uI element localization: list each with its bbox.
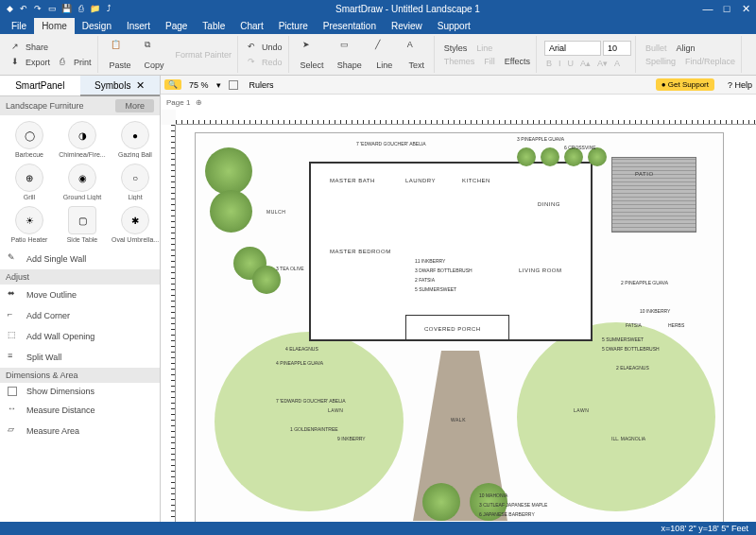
- tree-shape[interactable]: [422, 483, 460, 521]
- symbol-chiminea[interactable]: ◑Chiminea/Fire...: [57, 119, 108, 160]
- align-button[interactable]: Align: [675, 43, 697, 54]
- select-button[interactable]: ➤Select: [297, 38, 328, 72]
- menu-presentation[interactable]: Presentation: [316, 18, 384, 34]
- ruler-horizontal[interactable]: [176, 110, 756, 125]
- symbol-gazing-ball[interactable]: ●Gazing Ball: [110, 119, 161, 160]
- save-icon[interactable]: 💾: [60, 3, 72, 14]
- line-style-button[interactable]: Line: [474, 43, 494, 54]
- logo-icon: ◆: [4, 3, 15, 14]
- zoom-level[interactable]: 75 %: [189, 80, 209, 90]
- shape-button[interactable]: ▭Shape: [334, 38, 366, 72]
- redo-button[interactable]: ↷Redo: [246, 56, 284, 69]
- font-grow-button[interactable]: A▴: [578, 58, 593, 69]
- effects-button[interactable]: Effects: [503, 56, 532, 67]
- landscape-drawing[interactable]: MASTER BATH LAUNDRY KITCHEN DINING MASTE…: [195, 132, 724, 522]
- tool-label: Split Wall: [26, 353, 61, 362]
- fill-button[interactable]: Fill: [482, 56, 497, 67]
- shrub-shape[interactable]: [517, 147, 536, 166]
- symbol-side-table[interactable]: ▢Side Table: [57, 204, 108, 245]
- share-button[interactable]: ↗Share: [9, 41, 94, 54]
- porch-outline[interactable]: [405, 315, 509, 341]
- menu-design[interactable]: Design: [75, 18, 119, 34]
- tree-shape[interactable]: [205, 147, 252, 195]
- menu-support[interactable]: Support: [430, 18, 478, 34]
- move-outline-button[interactable]: ⬌Move Outline: [0, 285, 160, 305]
- menu-file[interactable]: File: [4, 18, 34, 34]
- new-icon[interactable]: ▭: [46, 3, 58, 14]
- font-size-select[interactable]: 10: [603, 41, 631, 56]
- minimize-button[interactable]: —: [701, 2, 714, 15]
- house-outline[interactable]: MASTER BATH LAUNDRY KITCHEN DINING MASTE…: [309, 162, 593, 341]
- rulers-checkbox[interactable]: [229, 80, 238, 90]
- text-button[interactable]: AText: [404, 38, 430, 72]
- symbol-light[interactable]: ○Light: [110, 162, 161, 202]
- open-icon[interactable]: 📁: [89, 3, 100, 14]
- lawn-left[interactable]: [215, 332, 404, 511]
- spelling-button[interactable]: Spelling: [644, 56, 678, 67]
- menu-review[interactable]: Review: [384, 18, 430, 34]
- export-icon[interactable]: ⤴: [103, 3, 114, 14]
- more-button[interactable]: More: [115, 99, 154, 112]
- styles-button[interactable]: Styles: [442, 43, 470, 54]
- close-button[interactable]: ✕: [739, 2, 752, 15]
- menu-home[interactable]: Home: [34, 18, 75, 34]
- redo-icon[interactable]: ↷: [32, 3, 43, 14]
- get-support-button[interactable]: ● Get Support: [656, 78, 714, 91]
- underline-button[interactable]: U: [566, 58, 576, 69]
- bullet-button[interactable]: Bullet: [644, 43, 669, 54]
- print-button[interactable]: ⎙Print: [58, 56, 94, 69]
- symbol-ground-light[interactable]: ◉Ground Light: [57, 162, 108, 202]
- copy-button[interactable]: ⧉Copy: [141, 38, 168, 72]
- help-button[interactable]: ? Help: [728, 80, 752, 90]
- font-color-button[interactable]: A: [612, 58, 622, 69]
- ruler-vertical[interactable]: [161, 125, 176, 522]
- patio[interactable]: [611, 157, 696, 233]
- canvas[interactable]: MASTER BATH LAUNDRY KITCHEN DINING MASTE…: [176, 125, 756, 522]
- measure-area-button[interactable]: ▱Measure Area: [0, 421, 160, 441]
- menu-page[interactable]: Page: [158, 18, 195, 34]
- close-icon[interactable]: ✕: [136, 79, 145, 92]
- page-tab[interactable]: Page 1: [166, 98, 190, 107]
- tab-smartpanel[interactable]: SmartPanel: [0, 76, 80, 96]
- tool-label: Add Corner: [26, 311, 70, 320]
- shrub-shape[interactable]: [564, 147, 583, 166]
- add-single-wall-button[interactable]: ✎Add Single Wall: [0, 249, 160, 269]
- add-wall-opening-button[interactable]: ⬚Add Wall Opening: [0, 326, 160, 347]
- statusbar: x=108' 2" y=18' 5" Feet: [0, 522, 756, 535]
- menu-picture[interactable]: Picture: [271, 18, 316, 34]
- bold-button[interactable]: B: [544, 58, 554, 69]
- zoom-icon[interactable]: 🔍: [164, 79, 181, 90]
- line-button[interactable]: ╱Line: [371, 38, 398, 72]
- menu-table[interactable]: Table: [195, 18, 232, 34]
- show-dimensions-button[interactable]: Show Dimensions: [0, 383, 160, 400]
- shrub-shape[interactable]: [588, 147, 607, 166]
- split-wall-button[interactable]: ≡Split Wall: [0, 347, 160, 368]
- font-name-select[interactable]: Arial: [544, 41, 601, 56]
- symbol-grill[interactable]: ⊕Grill: [4, 162, 55, 202]
- export-button[interactable]: ⬇Export: [9, 56, 52, 69]
- undo-icon[interactable]: ↶: [18, 3, 29, 14]
- symbol-barbecue[interactable]: ◯Barbecue: [4, 119, 55, 160]
- symbol-oval-umbrella[interactable]: ✱Oval Umbrella...: [110, 204, 161, 245]
- print-icon[interactable]: ⎙: [75, 3, 86, 14]
- tree-shape[interactable]: [210, 190, 252, 233]
- maximize-button[interactable]: □: [720, 2, 733, 15]
- tab-symbols[interactable]: Symbols✕: [80, 76, 161, 96]
- format-painter-button[interactable]: Format Painter: [174, 49, 234, 60]
- undo-button[interactable]: ↶Undo: [246, 41, 284, 54]
- add-page-button[interactable]: ⊕: [196, 98, 202, 107]
- chevron-down-icon[interactable]: ▾: [216, 80, 221, 90]
- measure-distance-button[interactable]: ↔Measure Distance: [0, 400, 160, 421]
- menu-chart[interactable]: Chart: [232, 18, 270, 34]
- themes-button[interactable]: Themes: [442, 56, 477, 67]
- font-shrink-button[interactable]: A▾: [595, 58, 610, 69]
- shrub-shape[interactable]: [541, 147, 559, 166]
- italic-button[interactable]: I: [557, 58, 563, 69]
- menu-insert[interactable]: Insert: [119, 18, 158, 34]
- find-button[interactable]: Find/Replace: [683, 56, 737, 67]
- add-corner-button[interactable]: ⌐Add Corner: [0, 305, 160, 326]
- symbol-patio-heater[interactable]: ☀Patio Heater: [4, 204, 55, 245]
- light-icon: ○: [121, 164, 149, 192]
- canvas-viewport: MASTER BATH LAUNDRY KITCHEN DINING MASTE…: [161, 110, 756, 522]
- paste-button[interactable]: 📋Paste: [106, 38, 135, 72]
